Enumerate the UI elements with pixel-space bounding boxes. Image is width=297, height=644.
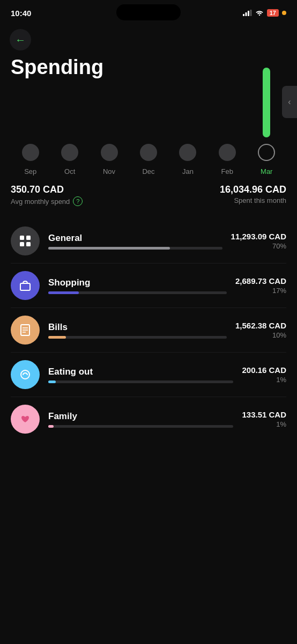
category-list: General11,293.09 CAD70% Shopping2,689.73… bbox=[0, 219, 297, 441]
svg-rect-3 bbox=[250, 10, 251, 16]
category-name-bills: Bills bbox=[48, 322, 227, 333]
category-icon-bills bbox=[11, 316, 40, 345]
category-item-eating-out[interactable]: Eating out200.16 CAD1% bbox=[11, 353, 286, 397]
svg-point-13 bbox=[21, 370, 29, 379]
chart-dot-mar bbox=[258, 144, 275, 161]
category-info-bills: Bills bbox=[48, 322, 227, 339]
category-bar-fill-bills bbox=[48, 336, 66, 339]
chart-dot-feb bbox=[219, 144, 236, 161]
chart-dot-dec bbox=[140, 144, 157, 161]
category-bar-track-shopping bbox=[48, 291, 227, 294]
category-name-family: Family bbox=[48, 411, 233, 422]
spent-this-month-stat: 16,034.96 CAD Spent this month bbox=[220, 184, 286, 206]
spent-label: Spent this month bbox=[234, 196, 286, 204]
category-amount-family: 133.51 CAD bbox=[242, 410, 286, 419]
svg-rect-6 bbox=[20, 242, 24, 246]
chart-bar-mar bbox=[263, 68, 270, 137]
spent-amount: 16,034.96 CAD bbox=[220, 184, 286, 195]
category-pct-bills: 10% bbox=[272, 331, 286, 339]
category-pct-general: 70% bbox=[272, 242, 286, 250]
category-icon-general bbox=[11, 226, 40, 255]
category-info-family: Family bbox=[48, 411, 233, 428]
chart-col-sep[interactable]: Sep bbox=[11, 74, 50, 175]
category-amount-col-general: 11,293.09 CAD70% bbox=[231, 232, 286, 250]
category-bar-track-bills bbox=[48, 336, 227, 339]
orange-dot bbox=[282, 11, 286, 15]
chart-label-dec: Dec bbox=[142, 167, 154, 175]
category-pct-shopping: 17% bbox=[272, 287, 286, 295]
category-amount-general: 11,293.09 CAD bbox=[231, 232, 286, 241]
category-bar-fill-shopping bbox=[48, 291, 79, 294]
category-bar-track-eating-out bbox=[48, 380, 233, 383]
battery-container: 17 bbox=[267, 9, 279, 17]
avg-label: Avg monthly spend ? bbox=[11, 196, 83, 206]
category-amount-eating-out: 200.16 CAD bbox=[242, 365, 286, 375]
svg-rect-5 bbox=[26, 236, 31, 240]
chart-dot-nov bbox=[101, 144, 118, 161]
svg-rect-4 bbox=[20, 236, 24, 240]
category-amount-col-bills: 1,562.38 CAD10% bbox=[235, 321, 286, 339]
category-pct-eating-out: 1% bbox=[276, 376, 286, 384]
category-bar-fill-eating-out bbox=[48, 380, 56, 383]
category-amount-bills: 1,562.38 CAD bbox=[235, 321, 286, 330]
chart-label-nov: Nov bbox=[103, 167, 115, 175]
category-pct-family: 1% bbox=[276, 420, 286, 428]
chart-label-feb: Feb bbox=[221, 167, 233, 175]
chart-col-dec[interactable]: Dec bbox=[129, 74, 168, 175]
chart-dot-jan bbox=[179, 144, 196, 161]
category-icon-eating-out bbox=[11, 360, 40, 389]
chart-label-oct: Oct bbox=[64, 167, 75, 175]
avg-monthly-stat: 350.70 CAD Avg monthly spend ? bbox=[11, 184, 83, 206]
chart-label-jan: Jan bbox=[182, 167, 194, 175]
back-button[interactable]: ← bbox=[10, 29, 31, 50]
battery-badge: 17 bbox=[267, 9, 279, 17]
stats-row: 350.70 CAD Avg monthly spend ? 16,034.96… bbox=[0, 175, 297, 219]
category-bar-fill-general bbox=[48, 247, 170, 250]
status-icons: 17 bbox=[243, 9, 286, 17]
back-arrow-icon: ← bbox=[15, 34, 26, 45]
category-info-general: General bbox=[48, 233, 222, 250]
svg-rect-7 bbox=[26, 242, 31, 246]
help-icon[interactable]: ? bbox=[73, 196, 83, 206]
chart-col-oct[interactable]: Oct bbox=[50, 74, 89, 175]
chart-dot-oct bbox=[61, 144, 78, 161]
category-item-family[interactable]: Family133.51 CAD1% bbox=[11, 397, 286, 441]
avg-amount: 350.70 CAD bbox=[11, 184, 83, 195]
category-name-eating-out: Eating out bbox=[48, 367, 233, 377]
chart-col-feb[interactable]: Feb bbox=[207, 74, 247, 175]
category-amount-col-shopping: 2,689.73 CAD17% bbox=[235, 276, 286, 295]
svg-rect-0 bbox=[243, 14, 244, 16]
chart-col-mar[interactable]: Mar bbox=[247, 68, 286, 175]
wifi-icon bbox=[255, 10, 264, 16]
category-bar-track-family bbox=[48, 425, 233, 428]
category-amount-col-family: 133.51 CAD1% bbox=[242, 410, 286, 428]
chart-col-jan[interactable]: Jan bbox=[168, 74, 207, 175]
category-info-eating-out: Eating out bbox=[48, 367, 233, 383]
category-info-shopping: Shopping bbox=[48, 277, 227, 294]
svg-rect-1 bbox=[245, 12, 247, 16]
category-item-general[interactable]: General11,293.09 CAD70% bbox=[11, 219, 286, 264]
svg-rect-2 bbox=[248, 11, 249, 16]
category-bar-fill-family bbox=[48, 425, 54, 428]
chart-col-nov[interactable]: Nov bbox=[90, 74, 129, 175]
spending-chart: SepOctNovDecJanFebMar bbox=[0, 90, 297, 175]
category-item-bills[interactable]: Bills1,562.38 CAD10% bbox=[11, 308, 286, 353]
chart-label-sep: Sep bbox=[24, 167, 36, 175]
category-icon-family bbox=[11, 405, 40, 434]
signal-icon bbox=[243, 10, 252, 16]
category-amount-shopping: 2,689.73 CAD bbox=[235, 276, 286, 286]
chart-dot-sep bbox=[22, 144, 39, 161]
chart-label-mar: Mar bbox=[261, 167, 272, 175]
category-bar-track-general bbox=[48, 247, 222, 250]
status-bar: 10:40 17 bbox=[0, 0, 297, 24]
svg-rect-8 bbox=[20, 283, 30, 290]
status-time: 10:40 bbox=[11, 9, 31, 18]
category-name-general: General bbox=[48, 233, 222, 244]
category-amount-col-eating-out: 200.16 CAD1% bbox=[242, 365, 286, 384]
category-icon-shopping bbox=[11, 271, 40, 300]
category-name-shopping: Shopping bbox=[48, 277, 227, 288]
category-item-shopping[interactable]: Shopping2,689.73 CAD17% bbox=[11, 264, 286, 308]
dynamic-island bbox=[116, 4, 181, 20]
